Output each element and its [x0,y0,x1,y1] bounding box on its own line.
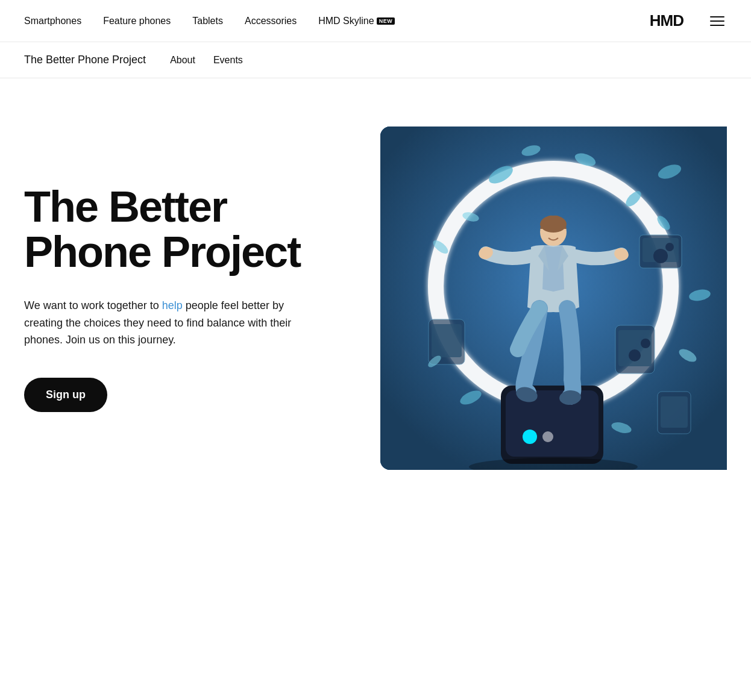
svg-point-5 [653,249,668,263]
secondary-nav-title: The Better Phone Project [24,54,146,66]
hero-image-area [338,127,727,470]
secondary-nav: The Better Phone Project About Events [0,42,751,78]
nav-accessories[interactable]: Accessories [245,16,297,27]
nav-smartphones[interactable]: Smartphones [24,16,81,27]
new-badge: NEW [377,17,395,25]
hamburger-button[interactable] [708,14,727,28]
top-nav: Smartphones Feature phones Tablets Acces… [0,0,751,42]
secondary-nav-links: About Events [170,55,243,66]
hero-highlight: help [162,299,183,311]
nav-tablets[interactable]: Tablets [192,16,223,27]
nav-feature-phones[interactable]: Feature phones [103,16,171,27]
hamburger-line-3 [710,25,724,26]
nav-hmd-skyline-label: HMD Skyline [318,16,374,27]
svg-rect-12 [432,324,462,357]
hmd-logo: HMD [650,11,683,30]
logo-area: HMD [650,11,727,30]
svg-point-31 [542,431,553,442]
svg-point-6 [665,243,674,251]
nav-links: Smartphones Feature phones Tablets Acces… [24,16,650,27]
signup-button[interactable]: Sign up [24,378,107,412]
secondary-nav-about[interactable]: About [170,55,195,66]
hero-description: We want to work together to help people … [24,297,313,349]
secondary-nav-events[interactable]: Events [213,55,243,66]
svg-point-9 [629,349,641,361]
hero-illustration [380,127,727,470]
hero-visual [380,127,727,470]
hamburger-line-1 [710,16,724,17]
svg-point-30 [523,430,537,444]
nav-hmd-skyline[interactable]: HMD Skyline NEW [318,16,395,27]
hamburger-line-2 [710,20,724,22]
hero-section: The Better Phone Project We want to work… [0,78,751,506]
hero-title: The Better Phone Project [24,184,338,275]
svg-point-10 [641,339,650,348]
hero-content: The Better Phone Project We want to work… [24,184,338,413]
svg-rect-14 [661,396,688,428]
svg-rect-29 [506,390,599,457]
